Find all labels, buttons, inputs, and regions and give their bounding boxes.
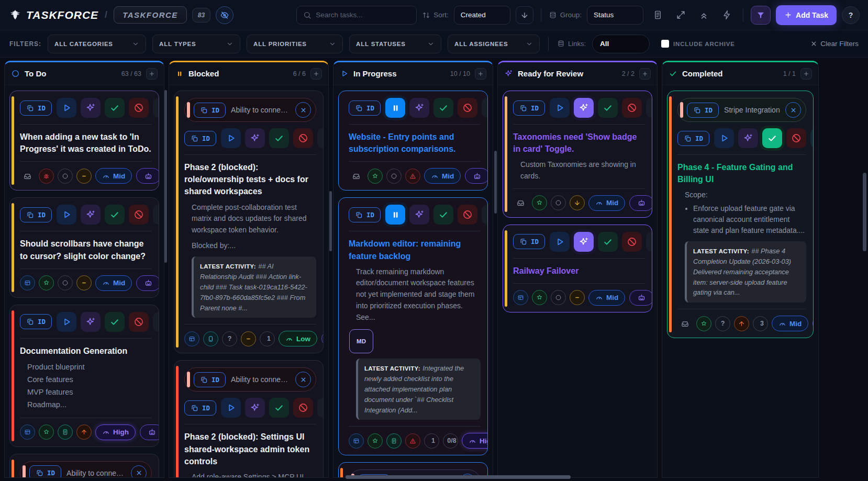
feature-star-icon[interactable] — [696, 316, 711, 331]
copy-id-button[interactable]: ID — [20, 207, 52, 222]
column-add-button[interactable] — [310, 68, 322, 80]
task-card[interactable]: ID Should scrollbars have change to curs… — [9, 197, 159, 297]
sort-select[interactable]: Created — [454, 6, 510, 25]
task-title[interactable]: Taxonomies need 'Show badge in card' Tog… — [513, 131, 645, 155]
priority-badge[interactable]: High — [95, 424, 136, 440]
checklist-chip[interactable]: 0/8 — [443, 433, 458, 449]
task-card[interactable]: ID Ability to connect to onlin... ID — [174, 91, 324, 353]
comments-chip[interactable]: 1 — [260, 331, 275, 346]
add-task-button[interactable]: Add Task — [776, 5, 837, 25]
warning-icon[interactable] — [405, 433, 420, 449]
task-title[interactable]: Website - Entry points and subscription … — [349, 131, 481, 155]
task-card[interactable]: ID Website - Entry points and subscripti… — [338, 91, 488, 191]
review-task-button[interactable] — [245, 128, 265, 148]
copy-id-button[interactable]: ID — [349, 100, 381, 116]
review-task-button[interactable] — [81, 205, 101, 225]
archive-task-button[interactable] — [482, 205, 488, 225]
document-icon[interactable] — [58, 424, 73, 440]
start-task-button[interactable] — [57, 312, 76, 332]
ai-agent-button[interactable] — [136, 168, 159, 184]
layout-type-icon[interactable] — [349, 433, 364, 449]
arrow-down-icon[interactable] — [570, 195, 585, 210]
column-add-button[interactable] — [800, 68, 812, 80]
copy-id-button[interactable]: ID — [349, 207, 381, 222]
review-task-button[interactable] — [81, 98, 101, 118]
task-title[interactable]: Should scrollbars have change to cursor?… — [20, 238, 152, 262]
status-circle-icon[interactable] — [551, 195, 566, 210]
help-button[interactable]: ? — [842, 6, 860, 24]
feature-star-icon[interactable] — [532, 195, 547, 210]
filter-types-dropdown[interactable]: ALL TYPES — [152, 35, 240, 53]
start-task-button[interactable] — [550, 232, 570, 252]
task-title[interactable]: Railway Failover — [513, 265, 645, 277]
block-task-button[interactable] — [293, 128, 313, 148]
complete-task-button[interactable] — [105, 98, 125, 118]
parent-task-chip[interactable]: ID Stripe Integration — [677, 98, 806, 122]
priority-badge[interactable]: Mid — [588, 195, 625, 211]
archive-task-button[interactable] — [646, 232, 652, 252]
parent-task-chip[interactable]: ID Ability to connect to onlin... — [184, 98, 316, 122]
task-card[interactable]: ID Markdown editor: remaining feature ba… — [338, 197, 488, 455]
column-add-button[interactable] — [146, 68, 158, 80]
search-input[interactable] — [316, 11, 410, 19]
review-task-button[interactable] — [409, 98, 429, 118]
attachment-md-chip[interactable]: MD — [349, 329, 373, 353]
column-scrollbar[interactable] — [329, 191, 332, 251]
start-task-button[interactable] — [550, 98, 570, 118]
sort-direction-button[interactable] — [516, 6, 533, 24]
archive-task-button[interactable] — [317, 128, 324, 148]
complete-task-button[interactable] — [269, 398, 289, 418]
archive-task-button[interactable] — [153, 98, 159, 118]
pause-task-button[interactable] — [385, 98, 405, 118]
parent-task-chip[interactable]: ID Ability to connect to onlin... — [20, 461, 152, 477]
copy-id-button[interactable]: ID — [194, 372, 226, 387]
block-task-button[interactable] — [129, 312, 149, 332]
start-task-button[interactable] — [57, 98, 76, 118]
block-task-button[interactable] — [458, 98, 477, 118]
ai-agent-button[interactable] — [140, 424, 159, 440]
task-card[interactable]: ID Taxonomies need 'Show badge in card' … — [503, 91, 652, 218]
status-circle-icon[interactable] — [58, 275, 73, 290]
arrow-up-icon[interactable] — [734, 316, 749, 331]
priority-badge[interactable]: Mid — [95, 168, 132, 184]
copy-id-button[interactable]: ID — [29, 465, 61, 477]
clear-filters-button[interactable]: Clear Filters — [810, 40, 859, 48]
start-task-button[interactable] — [221, 398, 241, 418]
question-icon[interactable]: ? — [222, 331, 237, 346]
archive-task-button[interactable] — [646, 98, 652, 118]
include-archive-checkbox[interactable] — [661, 40, 669, 48]
column-add-button[interactable] — [475, 68, 486, 80]
effort-dash-icon[interactable] — [570, 290, 585, 305]
feature-star-icon[interactable] — [368, 169, 383, 184]
block-task-button[interactable] — [129, 98, 149, 118]
task-card[interactable]: ID Documentation Generation Product blue… — [9, 305, 159, 447]
priority-badge[interactable]: Mid — [772, 316, 808, 331]
tablet-icon[interactable] — [203, 331, 218, 346]
priority-badge[interactable]: Mid — [424, 168, 461, 184]
group-select[interactable]: Status — [587, 6, 643, 25]
pause-task-button[interactable] — [385, 205, 405, 225]
complete-task-button[interactable] — [762, 128, 782, 148]
document-icon[interactable] — [386, 433, 402, 449]
ai-agent-button[interactable] — [629, 290, 652, 306]
complete-task-button[interactable] — [433, 205, 453, 225]
block-task-button[interactable] — [622, 98, 642, 118]
workspace-pill[interactable]: TASKFORCE — [114, 6, 187, 24]
layout-type-icon[interactable] — [20, 424, 35, 440]
ai-agent-button[interactable] — [321, 331, 324, 346]
ai-agent-button[interactable] — [136, 275, 159, 291]
complete-task-button[interactable] — [105, 312, 125, 332]
task-card[interactable]: ID Ability to connect to onlin... ID — [9, 454, 159, 477]
question-icon[interactable]: ? — [715, 316, 730, 331]
inbox-icon[interactable] — [349, 169, 364, 184]
feature-star-icon[interactable] — [39, 275, 54, 290]
copy-id-button[interactable]: ID — [513, 234, 545, 249]
archive-task-button[interactable] — [153, 312, 159, 332]
column-add-button[interactable] — [639, 68, 651, 80]
review-task-button[interactable] — [409, 205, 429, 225]
copy-id-button[interactable]: ID — [677, 131, 709, 146]
hide-toggle-button[interactable] — [216, 6, 233, 24]
expand-all-button[interactable] — [672, 6, 689, 24]
block-task-button[interactable] — [786, 128, 806, 148]
copy-id-button[interactable]: ID — [194, 103, 226, 118]
